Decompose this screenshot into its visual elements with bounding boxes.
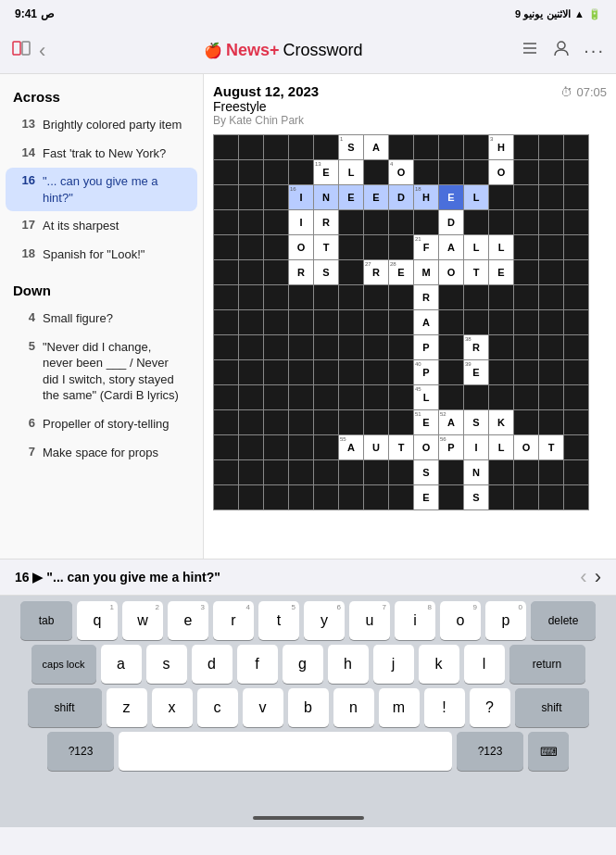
key-exclaim[interactable]: ! — [424, 688, 465, 727]
grid-cell[interactable] — [239, 160, 263, 184]
grid-cell[interactable] — [314, 460, 338, 484]
key-o[interactable]: o9 — [440, 601, 481, 640]
shift-right-key[interactable]: shift — [515, 688, 589, 727]
grid-cell[interactable] — [489, 360, 513, 384]
grid-cell[interactable] — [364, 360, 388, 384]
grid-cell[interactable]: E — [489, 260, 513, 284]
key-n[interactable]: n — [333, 688, 374, 727]
grid-cell[interactable] — [314, 410, 338, 434]
grid-cell[interactable]: T — [389, 435, 413, 459]
grid-cell[interactable] — [339, 210, 363, 234]
num-123-left-key[interactable]: ?123 — [47, 732, 114, 771]
grid-cell[interactable] — [264, 485, 288, 509]
grid-cell[interactable] — [264, 435, 288, 459]
grid-cell[interactable] — [489, 460, 513, 484]
grid-cell[interactable] — [289, 360, 313, 384]
grid-cell[interactable]: 4O — [389, 160, 413, 184]
grid-cell[interactable]: T — [539, 435, 563, 459]
grid-cell[interactable] — [564, 285, 588, 309]
grid-cell[interactable] — [464, 210, 488, 234]
tab-key[interactable]: tab — [20, 601, 72, 640]
grid-cell[interactable] — [289, 160, 313, 184]
grid-cell[interactable] — [564, 485, 588, 509]
grid-cell[interactable] — [314, 360, 338, 384]
key-x[interactable]: x — [152, 688, 193, 727]
key-p[interactable]: p0 — [485, 601, 526, 640]
grid-cell[interactable] — [439, 335, 463, 359]
key-m[interactable]: m — [379, 688, 420, 727]
grid-cell[interactable]: 52A — [439, 410, 463, 434]
key-b[interactable]: b — [288, 688, 329, 727]
grid-cell[interactable] — [564, 410, 588, 434]
grid-cell[interactable]: 1S — [339, 135, 363, 159]
grid-cell[interactable] — [339, 410, 363, 434]
profile-button[interactable] — [552, 39, 571, 62]
grid-cell[interactable] — [539, 285, 563, 309]
grid-cell[interactable] — [489, 385, 513, 409]
crossword-grid[interactable]: 1SA3H13EL4OO16INEED18HELIRDOT21FALLRS27R… — [213, 134, 589, 510]
caps-lock-key[interactable]: caps lock — [31, 645, 96, 684]
grid-cell[interactable]: N — [464, 460, 488, 484]
grid-cell[interactable] — [339, 260, 363, 284]
grid-cell[interactable]: E — [364, 185, 388, 209]
grid-cell[interactable] — [464, 285, 488, 309]
grid-cell[interactable] — [539, 235, 563, 259]
grid-cell[interactable] — [564, 435, 588, 459]
grid-cell[interactable] — [239, 285, 263, 309]
grid-cell[interactable] — [264, 160, 288, 184]
key-u[interactable]: u7 — [349, 601, 390, 640]
grid-cell[interactable] — [264, 460, 288, 484]
grid-cell[interactable] — [514, 335, 538, 359]
key-r[interactable]: r4 — [213, 601, 254, 640]
key-question[interactable]: ? — [470, 688, 510, 727]
grid-cell[interactable] — [314, 310, 338, 334]
clue-across-18[interactable]: 18 Spanish for "Look!" — [6, 241, 197, 269]
keyboard-icon-key[interactable]: ⌨ — [528, 732, 569, 771]
grid-cell[interactable]: O — [439, 260, 463, 284]
grid-cell[interactable] — [514, 285, 538, 309]
grid-cell[interactable] — [439, 460, 463, 484]
key-q[interactable]: q1 — [77, 601, 118, 640]
grid-cell[interactable] — [364, 310, 388, 334]
grid-cell[interactable] — [539, 385, 563, 409]
grid-cell[interactable] — [289, 435, 313, 459]
key-t[interactable]: t5 — [258, 601, 299, 640]
grid-cell[interactable] — [264, 210, 288, 234]
grid-cell[interactable]: 55A — [339, 435, 363, 459]
key-c[interactable]: c — [197, 688, 238, 727]
grid-cell[interactable] — [539, 410, 563, 434]
grid-cell[interactable] — [364, 285, 388, 309]
grid-cell[interactable] — [389, 360, 413, 384]
grid-cell[interactable] — [289, 285, 313, 309]
grid-cell[interactable] — [414, 210, 438, 234]
grid-cell[interactable] — [564, 135, 588, 159]
grid-cell[interactable]: U — [364, 435, 388, 459]
grid-cell[interactable] — [289, 460, 313, 484]
sidebar-toggle-button[interactable] — [11, 38, 31, 63]
grid-cell[interactable] — [489, 310, 513, 334]
grid-cell[interactable]: O — [489, 160, 513, 184]
grid-cell[interactable]: O — [414, 435, 438, 459]
grid-cell[interactable] — [264, 185, 288, 209]
grid-cell[interactable] — [214, 235, 238, 259]
grid-cell[interactable] — [314, 485, 338, 509]
grid-cell[interactable]: L — [489, 435, 513, 459]
key-a[interactable]: a — [101, 645, 142, 684]
grid-cell[interactable]: 16I — [289, 185, 313, 209]
grid-cell[interactable] — [289, 385, 313, 409]
grid-cell[interactable]: E — [414, 485, 438, 509]
grid-cell[interactable] — [564, 360, 588, 384]
key-f[interactable]: f — [237, 645, 278, 684]
grid-cell[interactable] — [539, 135, 563, 159]
delete-key[interactable]: delete — [531, 601, 596, 640]
grid-cell[interactable]: 56P — [439, 435, 463, 459]
grid-cell[interactable] — [539, 160, 563, 184]
grid-cell[interactable]: 18H — [414, 185, 438, 209]
grid-cell[interactable] — [464, 310, 488, 334]
grid-cell[interactable] — [514, 160, 538, 184]
grid-cell[interactable]: I — [289, 210, 313, 234]
grid-cell[interactable] — [214, 260, 238, 284]
grid-cell[interactable] — [239, 335, 263, 359]
grid-cell[interactable] — [439, 360, 463, 384]
grid-cell[interactable] — [514, 135, 538, 159]
